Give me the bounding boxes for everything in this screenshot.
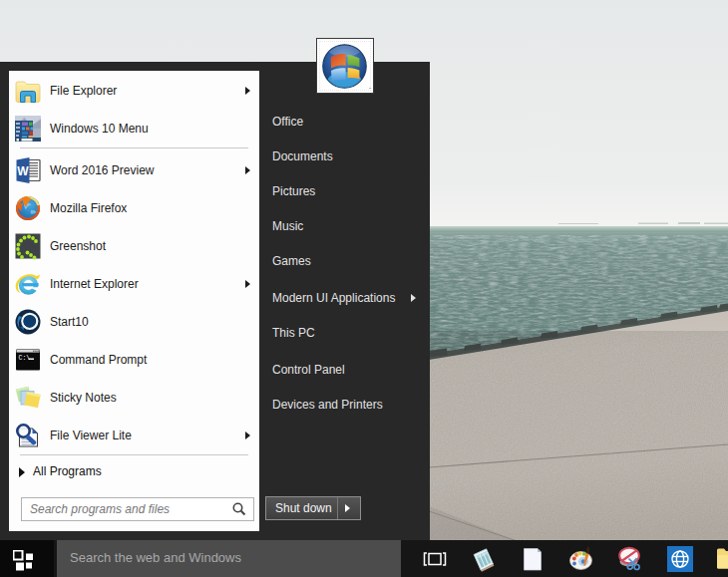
svg-text:C:\: C:\ <box>19 355 31 362</box>
svg-text:W: W <box>17 164 29 178</box>
